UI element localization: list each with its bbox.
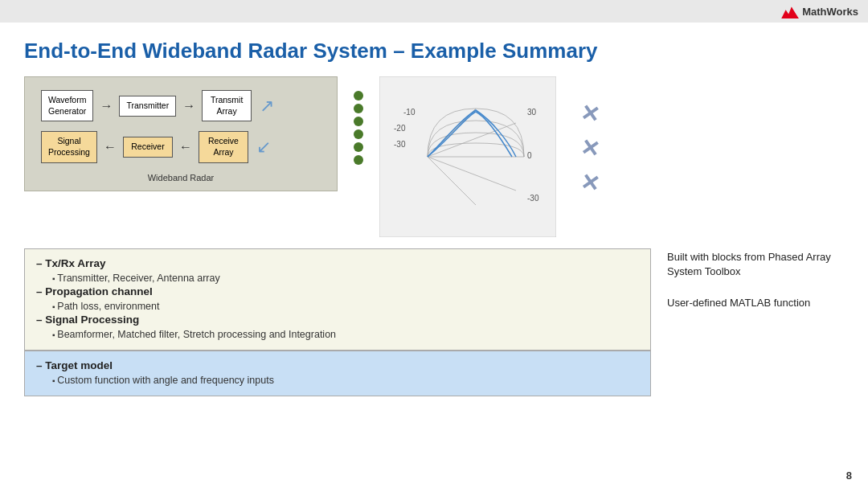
bottom-section: Tx/Rx Array Transmitter, Receiver, Anten…: [24, 248, 844, 396]
section-target-title: Target model: [36, 359, 639, 371]
polar-chart-svg: -10 -20 -30 30 0 -30: [379, 76, 556, 237]
green-dots: [354, 76, 363, 165]
page-number: 8: [846, 470, 852, 482]
top-section: WaveformGenerator → Transmitter → Transm…: [24, 76, 844, 237]
section-txrx: Tx/Rx Array Transmitter, Receiver, Anten…: [24, 248, 651, 351]
svg-text:30: 30: [527, 108, 537, 117]
section-signal-sub: Beamformer, Matched filter, Stretch proc…: [52, 329, 639, 340]
main-content: End-to-End Wideband Radar System – Examp…: [0, 23, 868, 488]
svg-text:-30: -30: [394, 140, 406, 149]
arrow-curve-bottom: ↙: [256, 137, 271, 158]
matlab-text: User-defined MATLAB function: [667, 296, 844, 310]
receiver-box: Receiver: [123, 137, 173, 158]
bullet-list: Tx/Rx Array Transmitter, Receiver, Anten…: [24, 248, 651, 396]
arrow-1: →: [100, 99, 113, 113]
transmit-array-box: TransmitArray: [202, 90, 252, 121]
phased-array-text: Built with blocks from Phased Array Syst…: [667, 250, 844, 279]
arrow-4: ←: [179, 140, 192, 154]
page-title: End-to-End Wideband Radar System – Examp…: [24, 39, 844, 64]
dot-3: [354, 117, 363, 126]
brand-name: MathWorks: [802, 6, 858, 18]
section-target: Target model Custom function with angle …: [24, 351, 651, 396]
dot-2: [354, 104, 363, 113]
header-bar: MathWorks: [0, 0, 868, 23]
target-icon-2: ✕: [578, 133, 600, 162]
section-propagation-title: Propagation channel: [36, 285, 639, 297]
dot-1: [354, 91, 363, 100]
svg-text:0: 0: [527, 151, 532, 160]
arrow-curve-top: ↗: [260, 96, 274, 117]
section-target-sub: Custom function with angle and frequency…: [52, 375, 639, 386]
waveform-generator-box: WaveformGenerator: [41, 90, 93, 121]
diagram-bottom-row: SignalProcessing ← Receiver ← ReceiveArr…: [41, 131, 321, 162]
arrow-3: ←: [104, 140, 117, 154]
arrow-2: →: [182, 99, 195, 113]
svg-text:-10: -10: [403, 108, 416, 117]
right-text: Built with blocks from Phased Array Syst…: [667, 248, 844, 310]
svg-text:-30: -30: [527, 194, 539, 203]
transmitter-box: Transmitter: [119, 96, 176, 117]
svg-text:-20: -20: [394, 124, 406, 133]
block-diagram: WaveformGenerator → Transmitter → Transm…: [24, 76, 338, 191]
receive-array-box: ReceiveArray: [199, 131, 248, 162]
targets-container: ✕ ✕ ✕: [580, 76, 599, 196]
section-txrx-sub: Transmitter, Receiver, Antenna array: [52, 273, 639, 284]
target-icon-3: ✕: [578, 168, 600, 197]
diagram-label: Wideband Radar: [41, 173, 321, 182]
target-icon-1: ✕: [578, 99, 600, 128]
dot-4: [354, 129, 363, 139]
section-txrx-title: Tx/Rx Array: [36, 257, 639, 269]
dot-5: [354, 142, 363, 152]
mathworks-icon: [781, 4, 799, 18]
section-signal-title: Signal Processing: [36, 314, 639, 326]
section-propagation-sub: Path loss, environment: [52, 301, 639, 312]
mathworks-logo: MathWorks: [781, 4, 858, 18]
polar-chart: -10 -20 -30 30 0 -30: [379, 76, 556, 237]
diagram-top-row: WaveformGenerator → Transmitter → Transm…: [41, 90, 321, 121]
dot-6: [354, 155, 363, 165]
signal-processing-box: SignalProcessing: [41, 131, 97, 162]
